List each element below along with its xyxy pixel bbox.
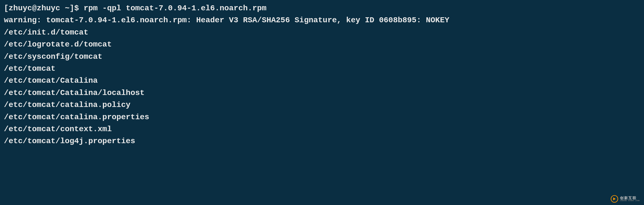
watermark: 创新互联 CHUANG XINHU LIAN (611, 195, 640, 203)
output-line: /etc/logrotate.d/tomcat (4, 38, 640, 50)
watermark-main-text: 创新互联 (620, 196, 640, 200)
watermark-logo-icon (611, 195, 618, 203)
watermark-sub-text: CHUANG XINHU LIAN (620, 200, 640, 202)
shell-prompt: [zhuyc@zhuyc ~]$ (4, 4, 84, 13)
output-line: /etc/tomcat/catalina.policy (4, 99, 640, 111)
output-line: /etc/init.d/tomcat (4, 26, 640, 38)
shell-command: rpm -qpl tomcat-7.0.94-1.el6.noarch.rpm (84, 4, 266, 13)
output-line: /etc/tomcat/Catalina (4, 75, 640, 87)
output-line: /etc/tomcat/Catalina/localhost (4, 87, 640, 99)
command-line: [zhuyc@zhuyc ~]$ rpm -qpl tomcat-7.0.94-… (4, 2, 640, 14)
output-line: /etc/sysconfig/tomcat (4, 51, 640, 63)
watermark-text: 创新互联 CHUANG XINHU LIAN (620, 196, 640, 202)
output-line: /etc/tomcat (4, 63, 640, 75)
output-line: warning: tomcat-7.0.94-1.el6.noarch.rpm:… (4, 14, 640, 26)
output-line: /etc/tomcat/context.xml (4, 123, 640, 135)
output-line: /etc/tomcat/catalina.properties (4, 111, 640, 123)
output-line: /etc/tomcat/log4j.properties (4, 135, 640, 147)
